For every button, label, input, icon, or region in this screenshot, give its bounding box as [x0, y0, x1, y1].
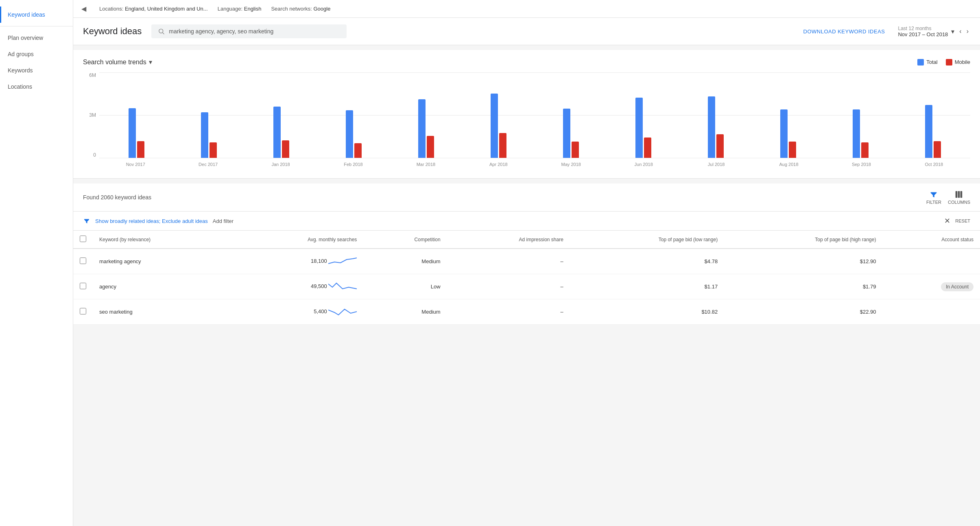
table-row: marketing agency 18,100 Medium – $4.78 $… — [73, 249, 980, 274]
x-axis-label: Apr 2018 — [462, 162, 535, 167]
top-bid-low-column-header[interactable]: Top of page bid (low range) — [570, 231, 724, 249]
chart-title: Search volume trends ▾ — [83, 58, 152, 66]
keyword-cell: agency — [93, 274, 230, 299]
select-all-header[interactable] — [73, 231, 93, 249]
x-axis-label: Mar 2018 — [390, 162, 462, 167]
filter-description[interactable]: Show broadly related ideas; Exclude adul… — [95, 218, 208, 224]
row-checkbox[interactable] — [80, 308, 86, 314]
row-checkbox[interactable] — [80, 283, 86, 289]
row-checkbox-cell[interactable] — [73, 274, 93, 299]
sidebar-item-keyword-ideas[interactable]: Keyword ideas — [0, 7, 73, 23]
trend-sparkline — [328, 305, 357, 319]
table-head: Keyword (by relevance) Avg. monthly sear… — [73, 231, 980, 249]
chart-section: Search volume trends ▾ Total Mobile — [73, 50, 980, 179]
trend-sparkline — [328, 280, 357, 293]
chart-legend: Total Mobile — [917, 59, 970, 65]
total-bar — [491, 94, 498, 158]
sidebar: Keyword ideas Plan overview Ad groups Ke… — [0, 0, 73, 526]
competition-cell: Medium — [363, 249, 447, 274]
mobile-bar — [137, 141, 144, 158]
filter-button[interactable]: FILTER — [926, 190, 941, 205]
collapse-sidebar-button[interactable]: ◀ — [81, 5, 86, 13]
avg-monthly-column-header[interactable]: Avg. monthly searches — [230, 231, 363, 249]
competition-column-header[interactable]: Competition — [363, 231, 447, 249]
bar-chart: 6M 3M 0 Nov 2017Dec 2017Jan 2018Feb 2018… — [83, 72, 970, 170]
table-body: marketing agency 18,100 Medium – $4.78 $… — [73, 249, 980, 325]
account-status-column-header[interactable]: Account status — [882, 231, 980, 249]
month-group — [535, 109, 607, 158]
month-group — [173, 112, 245, 158]
mobile-bar — [499, 133, 506, 158]
keyword-search-bar[interactable] — [151, 24, 347, 38]
row-checkbox[interactable] — [80, 258, 86, 264]
x-axis-label: Aug 2018 — [753, 162, 825, 167]
avg-monthly-cell: 49,500 — [230, 274, 363, 299]
month-group — [752, 109, 824, 158]
search-icon — [158, 28, 165, 35]
row-checkbox-cell[interactable] — [73, 249, 93, 274]
networks-value: Google — [313, 6, 330, 12]
date-range-dropdown[interactable]: ▾ — [949, 27, 956, 36]
date-range-value: Nov 2017 – Oct 2018 — [898, 31, 948, 37]
keyword-column-header[interactable]: Keyword (by relevance) — [93, 231, 230, 249]
x-axis-label: Feb 2018 — [317, 162, 389, 167]
top-bid-low-cell: $1.17 — [570, 274, 724, 299]
total-bar — [635, 98, 643, 158]
columns-button[interactable]: COLUMNS — [948, 190, 970, 205]
account-status-cell — [882, 299, 980, 325]
month-group — [897, 105, 969, 158]
reset-filter-button[interactable]: RESET — [955, 218, 970, 223]
month-group — [825, 109, 896, 158]
avg-monthly-cell: 18,100 — [230, 249, 363, 274]
sidebar-item-ad-groups[interactable]: Ad groups — [0, 46, 73, 62]
date-next-button[interactable]: › — [965, 27, 970, 36]
ad-impression-column-header[interactable]: Ad impression share — [447, 231, 570, 249]
top-bid-high-cell: $12.90 — [724, 249, 882, 274]
legend-mobile: Mobile — [946, 59, 970, 65]
mobile-bar — [572, 142, 579, 158]
month-group — [391, 99, 462, 158]
mobile-bar — [861, 142, 869, 158]
locations-label: Locations: England, United Kingdom and U… — [99, 6, 208, 12]
keywords-table: Keyword (by relevance) Avg. monthly sear… — [73, 231, 980, 325]
select-all-checkbox[interactable] — [80, 236, 86, 242]
trend-sparkline — [328, 255, 357, 268]
keyword-cell: marketing agency — [93, 249, 230, 274]
table-row: agency 49,500 Low – $1.17 $1.79 In Accou… — [73, 274, 980, 299]
competition-cell: Low — [363, 274, 447, 299]
month-group — [318, 110, 390, 158]
row-checkbox-cell[interactable] — [73, 299, 93, 325]
top-bid-low-cell: $4.78 — [570, 249, 724, 274]
sidebar-item-keywords[interactable]: Keywords — [0, 62, 73, 79]
search-input[interactable] — [169, 28, 340, 35]
sidebar-item-plan-overview[interactable]: Plan overview — [0, 30, 73, 46]
mobile-bar — [282, 140, 289, 158]
date-range-selector: Last 12 months Nov 2017 – Oct 2018 ▾ ‹ › — [898, 26, 970, 37]
sidebar-item-locations[interactable]: Locations — [0, 79, 73, 95]
add-filter-button[interactable]: Add filter — [213, 218, 234, 224]
total-bar — [780, 109, 788, 158]
svg-point-0 — [159, 29, 163, 33]
x-axis-labels: Nov 2017Dec 2017Jan 2018Feb 2018Mar 2018… — [99, 159, 970, 170]
month-group — [246, 107, 317, 158]
total-bar — [418, 99, 426, 158]
mobile-bar — [716, 134, 724, 158]
table-header-row: Keyword (by relevance) Avg. monthly sear… — [73, 231, 980, 249]
language-label: Language: English — [218, 6, 262, 12]
chart-dropdown-icon[interactable]: ▾ — [149, 58, 152, 66]
locations-value: England, United Kingdom and Un... — [125, 6, 208, 12]
top-bid-high-cell: $1.79 — [724, 274, 882, 299]
svg-rect-3 — [958, 191, 960, 198]
mobile-bar — [210, 142, 217, 158]
ad-impression-cell: – — [447, 299, 570, 325]
date-prev-button[interactable]: ‹ — [958, 27, 963, 36]
svg-rect-4 — [960, 191, 963, 198]
close-filter-button[interactable]: ✕ — [944, 216, 950, 225]
legend-total: Total — [917, 59, 937, 65]
download-keyword-ideas-button[interactable]: DOWNLOAD KEYWORD IDEAS — [803, 28, 885, 35]
in-account-badge: In Account — [941, 282, 973, 291]
page-title: Keyword ideas — [83, 26, 142, 37]
total-bar — [853, 109, 860, 158]
top-bid-high-column-header[interactable]: Top of page bid (high range) — [724, 231, 882, 249]
keyword-cell: seo marketing — [93, 299, 230, 325]
